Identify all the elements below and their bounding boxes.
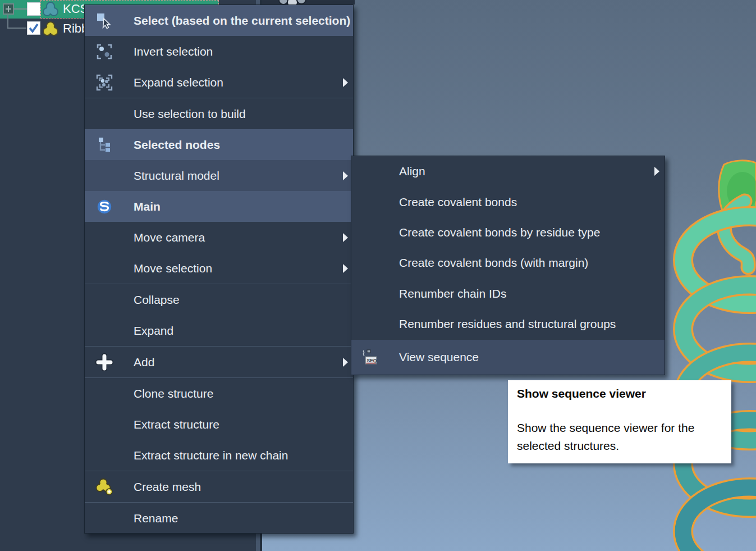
menu-item-create-covalent-bonds-with-margin[interactable]: Create covalent bonds (with margin) xyxy=(351,248,665,278)
menu-item-create-covalent-bonds-by-residue-type[interactable]: Create covalent bonds by residue type xyxy=(351,217,665,248)
menu-item-main[interactable]: Main xyxy=(85,191,353,222)
tooltip: Show sequence viewer Show the sequence v… xyxy=(508,380,731,463)
menu-item-label: Create mesh xyxy=(134,480,201,494)
menu-item-select-based-on-the-current-selection[interactable]: Select (based on the current selection) xyxy=(85,5,353,36)
submenu-arrow-icon xyxy=(343,233,348,242)
menu-item-label: Expand xyxy=(134,324,173,338)
submenu-arrow-icon xyxy=(343,78,348,87)
menu-item-label: Align xyxy=(399,165,425,178)
menu-item-use-selection-to-build[interactable]: Use selection to build xyxy=(85,98,353,129)
menu-item-label: Clone structure xyxy=(134,387,213,400)
structural-model-submenu: AlignCreate covalent bondsCreate covalen… xyxy=(351,156,665,375)
menu-item-label: Extract structure in new chain xyxy=(134,449,288,462)
select-cursor-icon xyxy=(85,12,124,30)
svg-text:SEQ: SEQ xyxy=(367,358,377,363)
structure-node-icon xyxy=(42,1,59,18)
view-sequence-icon: SEQ xyxy=(351,348,388,366)
check-icon xyxy=(28,22,40,34)
menu-item-renumber-residues-and-structural-groups[interactable]: Renumber residues and structural groups xyxy=(351,309,665,339)
menu-item-move-camera[interactable]: Move camera xyxy=(85,222,353,253)
menu-item-label: Collapse xyxy=(134,293,180,307)
selected-nodes-icon xyxy=(85,136,124,154)
visibility-checkbox-checked[interactable] xyxy=(27,21,40,35)
samson-logo-icon xyxy=(85,198,124,215)
menu-item-view-sequence[interactable]: SEQView sequence xyxy=(351,340,665,375)
submenu-arrow-icon xyxy=(343,358,348,367)
menu-item-create-covalent-bonds[interactable]: Create covalent bonds xyxy=(351,186,665,217)
molecule-toolbar-icon xyxy=(273,0,313,4)
menu-item-label: Create covalent bonds xyxy=(399,195,517,209)
expander-plus-icon[interactable] xyxy=(3,3,14,15)
menu-item-expand-selection[interactable]: Expand selection xyxy=(85,67,353,98)
menu-item-label: Renumber residues and structural groups xyxy=(399,317,616,331)
menu-item-rename[interactable]: Rename xyxy=(85,503,353,534)
menu-item-label: Use selection to build xyxy=(134,107,246,121)
menu-item-label: Renumber chain IDs xyxy=(399,287,506,300)
menu-item-renumber-chain-ids[interactable]: Renumber chain IDs xyxy=(351,279,665,309)
menu-item-label: Add xyxy=(134,356,154,369)
tree-connector xyxy=(7,28,26,29)
submenu-arrow-icon xyxy=(343,171,348,180)
menu-item-label: Extract structure xyxy=(134,418,219,431)
menu-item-label: Rename xyxy=(134,512,178,525)
menu-item-label: Select (based on the current selection) xyxy=(134,14,350,28)
menu-item-label: View sequence xyxy=(399,350,479,364)
menu-item-structural-model[interactable]: Structural model xyxy=(85,160,353,191)
submenu-arrow-icon xyxy=(343,264,348,273)
menu-item-label: Structural model xyxy=(134,169,219,183)
toolbar-fragment xyxy=(262,0,355,4)
menu-item-expand[interactable]: Expand xyxy=(85,315,353,346)
create-mesh-icon xyxy=(85,478,124,496)
menu-item-clone-structure[interactable]: Clone structure xyxy=(85,378,353,409)
menu-item-label: Create covalent bonds by residue type xyxy=(399,226,600,239)
menu-item-align[interactable]: Align xyxy=(351,156,665,186)
context-menu: Select (based on the current selection)I… xyxy=(84,4,354,534)
visibility-checkbox-unchecked[interactable] xyxy=(27,2,40,16)
tree-connector xyxy=(7,15,8,29)
invert-selection-icon xyxy=(85,43,124,61)
menu-item-label: Selected nodes xyxy=(134,138,220,152)
menu-item-label: Move selection xyxy=(134,262,212,275)
menu-item-selected-nodes[interactable]: Selected nodes xyxy=(85,129,353,160)
menu-item-label: Move camera xyxy=(134,231,205,244)
menu-item-create-mesh[interactable]: Create mesh xyxy=(85,471,353,502)
menu-item-extract-structure-in-new-chain[interactable]: Extract structure in new chain xyxy=(85,440,353,471)
menu-item-label: Expand selection xyxy=(134,76,223,89)
tree-connector xyxy=(14,8,27,10)
submenu-arrow-icon xyxy=(654,167,659,176)
menu-item-collapse[interactable]: Collapse xyxy=(85,284,353,315)
menu-item-move-selection[interactable]: Move selection xyxy=(85,253,353,284)
menu-item-invert-selection[interactable]: Invert selection xyxy=(85,36,353,67)
mesh-node-icon xyxy=(42,21,59,38)
tooltip-title: Show sequence viewer xyxy=(517,387,722,400)
menu-item-label: Main xyxy=(134,200,161,213)
add-icon xyxy=(85,353,124,371)
menu-item-label: Create covalent bonds (with margin) xyxy=(399,256,588,270)
menu-item-extract-structure[interactable]: Extract structure xyxy=(85,409,353,440)
menu-item-label: Invert selection xyxy=(134,45,213,58)
menu-item-add[interactable]: Add xyxy=(85,347,353,377)
expand-selection-icon xyxy=(85,74,124,92)
tooltip-body: Show the sequence viewer for the selecte… xyxy=(517,419,722,455)
